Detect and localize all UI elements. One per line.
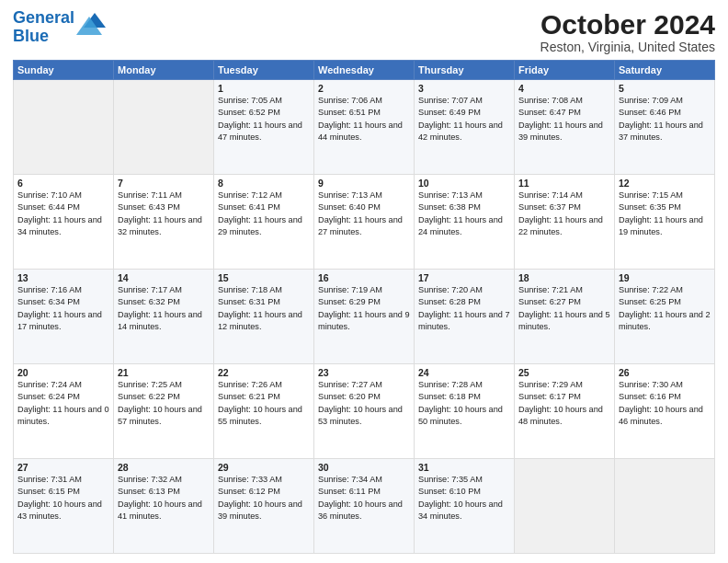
table-row: 4Sunrise: 7:08 AMSunset: 6:47 PMDaylight… [515, 80, 615, 175]
daylight-text: Daylight: 11 hours and 44 minutes. [318, 121, 403, 142]
sunset-text: Sunset: 6:15 PM [17, 487, 80, 496]
daylight-text: Daylight: 11 hours and 39 minutes. [518, 121, 603, 142]
daylight-text: Daylight: 11 hours and 27 minutes. [318, 215, 403, 236]
day-info: Sunrise: 7:12 AMSunset: 6:41 PMDaylight:… [218, 190, 310, 238]
table-row: 23Sunrise: 7:27 AMSunset: 6:20 PMDayligh… [314, 364, 415, 459]
daylight-text: Daylight: 10 hours and 36 minutes. [318, 500, 403, 521]
table-row: 19Sunrise: 7:22 AMSunset: 6:25 PMDayligh… [615, 270, 715, 364]
table-row: 16Sunrise: 7:19 AMSunset: 6:29 PMDayligh… [314, 270, 415, 364]
day-info: Sunrise: 7:29 AMSunset: 6:17 PMDaylight:… [518, 379, 610, 428]
day-number: 14 [118, 272, 210, 283]
calendar-week-4: 27Sunrise: 7:31 AMSunset: 6:15 PMDayligh… [14, 459, 715, 554]
table-row: 27Sunrise: 7:31 AMSunset: 6:15 PMDayligh… [14, 459, 114, 554]
day-info: Sunrise: 7:25 AMSunset: 6:22 PMDaylight:… [118, 379, 210, 428]
day-number: 8 [218, 178, 310, 189]
sunset-text: Sunset: 6:34 PM [17, 297, 80, 306]
sunset-text: Sunset: 6:28 PM [418, 297, 481, 306]
sunset-text: Sunset: 6:20 PM [318, 392, 381, 401]
table-row: 2Sunrise: 7:06 AMSunset: 6:51 PMDaylight… [314, 80, 415, 175]
day-number: 3 [418, 83, 510, 94]
daylight-text: Daylight: 11 hours and 12 minutes. [218, 310, 302, 331]
sunrise-text: Sunrise: 7:17 AM [118, 285, 182, 294]
day-info: Sunrise: 7:07 AMSunset: 6:49 PMDaylight:… [418, 95, 510, 144]
title-block: October 2024 Reston, Virginia, United St… [540, 9, 715, 54]
day-number: 21 [118, 367, 210, 378]
sunset-text: Sunset: 6:40 PM [318, 202, 381, 212]
daylight-text: Daylight: 11 hours and 9 minutes. [318, 310, 410, 331]
day-info: Sunrise: 7:28 AMSunset: 6:18 PMDaylight:… [418, 379, 510, 428]
table-row: 11Sunrise: 7:14 AMSunset: 6:37 PMDayligh… [515, 175, 615, 270]
sunset-text: Sunset: 6:16 PM [619, 392, 681, 401]
table-row [615, 459, 715, 554]
calendar-title: October 2024 [540, 9, 715, 40]
day-info: Sunrise: 7:35 AMSunset: 6:10 PMDaylight:… [418, 474, 510, 523]
logo-text: GeneralBlue [13, 9, 74, 46]
day-info: Sunrise: 7:08 AMSunset: 6:47 PMDaylight:… [518, 95, 610, 144]
calendar-subtitle: Reston, Virginia, United States [540, 40, 715, 54]
daylight-text: Daylight: 11 hours and 42 minutes. [418, 121, 503, 142]
day-info: Sunrise: 7:17 AMSunset: 6:32 PMDaylight:… [118, 284, 210, 333]
sunrise-text: Sunrise: 7:33 AM [218, 475, 282, 484]
sunrise-text: Sunrise: 7:11 AM [118, 190, 182, 200]
day-info: Sunrise: 7:05 AMSunset: 6:52 PMDaylight:… [218, 95, 310, 144]
table-row: 10Sunrise: 7:13 AMSunset: 6:38 PMDayligh… [415, 175, 515, 270]
sunset-text: Sunset: 6:46 PM [619, 108, 681, 117]
table-row: 12Sunrise: 7:15 AMSunset: 6:35 PMDayligh… [615, 175, 715, 270]
daylight-text: Daylight: 10 hours and 39 minutes. [218, 500, 302, 521]
day-number: 1 [218, 83, 310, 94]
daylight-text: Daylight: 11 hours and 24 minutes. [418, 215, 503, 236]
sunrise-text: Sunrise: 7:26 AM [218, 380, 282, 389]
sunrise-text: Sunrise: 7:08 AM [518, 96, 583, 105]
table-row: 25Sunrise: 7:29 AMSunset: 6:17 PMDayligh… [515, 364, 615, 459]
sunset-text: Sunset: 6:37 PM [518, 202, 581, 212]
day-number: 29 [218, 462, 310, 473]
day-number: 25 [518, 367, 610, 378]
table-row: 13Sunrise: 7:16 AMSunset: 6:34 PMDayligh… [14, 270, 114, 364]
sunrise-text: Sunrise: 7:15 AM [619, 190, 683, 200]
sunrise-text: Sunrise: 7:21 AM [518, 285, 583, 294]
daylight-text: Daylight: 10 hours and 55 minutes. [218, 405, 302, 426]
daylight-text: Daylight: 11 hours and 7 minutes. [418, 310, 510, 331]
table-row: 28Sunrise: 7:32 AMSunset: 6:13 PMDayligh… [114, 459, 214, 554]
sunrise-text: Sunrise: 7:35 AM [418, 475, 483, 484]
col-wednesday: Wednesday [314, 61, 415, 80]
sunrise-text: Sunrise: 7:07 AM [418, 96, 483, 105]
sunrise-text: Sunrise: 7:18 AM [218, 285, 282, 294]
daylight-text: Daylight: 11 hours and 29 minutes. [218, 215, 302, 236]
sunset-text: Sunset: 6:10 PM [418, 487, 481, 496]
day-info: Sunrise: 7:27 AMSunset: 6:20 PMDaylight:… [318, 379, 410, 428]
sunrise-text: Sunrise: 7:16 AM [17, 285, 82, 294]
sunset-text: Sunset: 6:25 PM [619, 297, 681, 306]
calendar-week-0: 1Sunrise: 7:05 AMSunset: 6:52 PMDaylight… [14, 80, 715, 175]
table-row: 6Sunrise: 7:10 AMSunset: 6:44 PMDaylight… [14, 175, 114, 270]
table-row [14, 80, 114, 175]
day-number: 19 [619, 272, 711, 283]
header: GeneralBlue October 2024 Reston, Virgini… [13, 9, 715, 54]
day-info: Sunrise: 7:16 AMSunset: 6:34 PMDaylight:… [17, 284, 109, 333]
table-row: 18Sunrise: 7:21 AMSunset: 6:27 PMDayligh… [515, 270, 615, 364]
table-row: 24Sunrise: 7:28 AMSunset: 6:18 PMDayligh… [415, 364, 515, 459]
day-number: 24 [418, 367, 510, 378]
sunset-text: Sunset: 6:21 PM [218, 392, 280, 401]
sunrise-text: Sunrise: 7:12 AM [218, 190, 282, 200]
day-info: Sunrise: 7:21 AMSunset: 6:27 PMDaylight:… [518, 284, 610, 333]
sunset-text: Sunset: 6:27 PM [518, 297, 581, 306]
calendar-week-3: 20Sunrise: 7:24 AMSunset: 6:24 PMDayligh… [14, 364, 715, 459]
day-info: Sunrise: 7:13 AMSunset: 6:40 PMDaylight:… [318, 190, 410, 238]
sunset-text: Sunset: 6:18 PM [418, 392, 481, 401]
sunrise-text: Sunrise: 7:06 AM [318, 96, 382, 105]
day-number: 17 [418, 272, 510, 283]
calendar-table: Sunday Monday Tuesday Wednesday Thursday… [13, 60, 715, 554]
col-sunday: Sunday [14, 61, 114, 80]
table-row: 3Sunrise: 7:07 AMSunset: 6:49 PMDaylight… [415, 80, 515, 175]
day-number: 31 [418, 462, 510, 473]
logo: GeneralBlue [13, 9, 106, 46]
col-friday: Friday [515, 61, 615, 80]
day-info: Sunrise: 7:33 AMSunset: 6:12 PMDaylight:… [218, 474, 310, 523]
day-info: Sunrise: 7:13 AMSunset: 6:38 PMDaylight:… [418, 190, 510, 238]
day-info: Sunrise: 7:15 AMSunset: 6:35 PMDaylight:… [619, 190, 711, 238]
daylight-text: Daylight: 11 hours and 17 minutes. [17, 310, 102, 331]
day-info: Sunrise: 7:19 AMSunset: 6:29 PMDaylight:… [318, 284, 410, 333]
sunset-text: Sunset: 6:24 PM [17, 392, 80, 401]
sunset-text: Sunset: 6:43 PM [118, 202, 180, 212]
